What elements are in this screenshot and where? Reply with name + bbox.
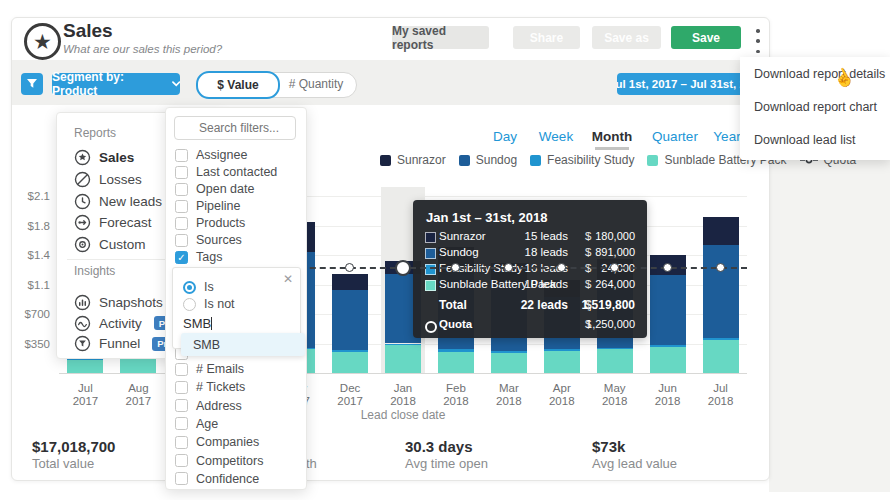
filter-checkbox-pipeline[interactable]: Pipeline [175, 199, 240, 213]
filter-checkbox-age[interactable]: Age [175, 417, 218, 431]
funnel-circle-icon [74, 335, 91, 352]
menu-item-download-report-chart[interactable]: Download report chart [740, 91, 890, 124]
bar-segment-sunblade-battery-pack[interactable] [597, 349, 633, 373]
sidebar-item-snapshots[interactable]: Snapshots [74, 294, 163, 311]
target-circle-icon [74, 236, 91, 253]
save-button[interactable]: Save [671, 26, 741, 49]
tag-suggestion-item[interactable]: SMB [181, 333, 305, 356]
segment-by-dropdown[interactable]: Segment by: Product [52, 73, 180, 95]
legend-label: Feasibility Study [547, 153, 634, 167]
reports-section-header: Reports [74, 126, 116, 140]
sidebar-item-new-leads[interactable]: New leads [74, 193, 162, 210]
filter-label: Assignee [196, 148, 247, 162]
filter-checkbox-tags[interactable]: ✓Tags [175, 250, 222, 264]
tooltip-product-name: Quota [439, 318, 472, 330]
tab-year[interactable]: Year [713, 129, 740, 144]
checkbox-icon [175, 454, 188, 467]
filter-checkbox-opendate[interactable]: Open date [175, 182, 254, 196]
bar-segment-sunblade-battery-pack[interactable] [67, 360, 103, 373]
filter-checkbox-address[interactable]: Address [175, 399, 242, 413]
sidebar-item-funnel[interactable]: FunnelPro [74, 335, 178, 352]
tag-is-option[interactable]: Is [183, 280, 214, 294]
close-icon[interactable]: ✕ [283, 272, 293, 286]
bar-segment-feasibility-study[interactable] [385, 344, 421, 346]
bar-segment-feasibility-study[interactable] [332, 350, 368, 352]
bar-segment-sunrazor[interactable] [703, 217, 739, 245]
sidebar-item-label: Losses [99, 172, 142, 187]
save-as-button[interactable]: Save as [592, 26, 661, 49]
filter-label: Competitors [196, 454, 263, 468]
bar-segment-sunblade-battery-pack[interactable] [385, 345, 421, 373]
activity-circle-icon [74, 315, 91, 332]
active-tab-underline [595, 147, 629, 150]
filter-label: Age [196, 417, 218, 431]
x-axis-tick-label: Jul2017 [73, 382, 99, 408]
filter-checkbox-assignee[interactable]: Assignee [175, 148, 247, 162]
legend-swatch-icon [380, 155, 391, 166]
bar-segment-feasibility-study[interactable] [438, 349, 474, 352]
clock-circle-icon [74, 193, 91, 210]
bar-segment-sundog[interactable] [703, 245, 739, 338]
bar-segment-sunblade-battery-pack[interactable] [332, 352, 368, 373]
search-filters-input[interactable] [174, 116, 296, 140]
tab-day[interactable]: Day [493, 129, 517, 144]
tag-value-input[interactable]: SMB [183, 316, 212, 331]
quota-marker [345, 263, 354, 272]
menu-item-download-lead-list[interactable]: Download lead list [740, 124, 890, 157]
filter-checkbox-emails[interactable]: # Emails [175, 362, 244, 376]
filter-checkbox-sources[interactable]: Sources [175, 233, 242, 247]
quota-marker [451, 263, 460, 272]
legend-item: Sundog [459, 153, 517, 167]
bar-segment-sundog[interactable] [332, 290, 368, 350]
tooltip-swatch-icon [425, 248, 436, 259]
bar-segment-feasibility-study[interactable] [597, 348, 633, 350]
filter-funnel-button[interactable] [21, 73, 43, 95]
bar-segment-feasibility-study[interactable] [650, 345, 686, 347]
sidebar-item-losses[interactable]: Losses [74, 171, 142, 188]
tooltip-row-total: Total22 leads$1,519,800 [413, 298, 647, 314]
filter-checkbox-companies[interactable]: Companies [175, 435, 259, 449]
tooltip-row-sunrazor: Sunrazor15 leads$180,000 [413, 230, 647, 246]
y-axis-tick-label: $2.1 [8, 190, 50, 202]
sidebar-item-forecast[interactable]: Forecast [74, 214, 152, 231]
bar-segment-sunblade-battery-pack[interactable] [650, 347, 686, 373]
page-title: Sales [63, 20, 113, 42]
bar-segment-sunblade-battery-pack[interactable] [491, 353, 527, 373]
bar-segment-feasibility-study[interactable] [544, 349, 580, 351]
download-menu: Download report detailsDownload report c… [740, 57, 890, 160]
tooltip-row-quota: Quota$1,250,000 [413, 318, 647, 334]
bar-segment-sunrazor[interactable] [332, 274, 368, 291]
more-options-kebab-icon[interactable] [751, 27, 765, 55]
filter-checkbox-products[interactable]: Products [175, 216, 245, 230]
quota-marker [557, 263, 566, 272]
value-toggle-option[interactable]: $ Value [196, 71, 280, 99]
filter-checkbox-lastcontacted[interactable]: Last contacted [175, 165, 277, 179]
tab-quarter[interactable]: Quarter [652, 129, 698, 144]
checkbox-icon [175, 363, 188, 376]
sidebar-item-sales[interactable]: Sales [74, 149, 134, 166]
sidebar-item-label: New leads [99, 194, 162, 209]
bar-segment-sunblade-battery-pack[interactable] [544, 351, 580, 373]
bar-segment-feasibility-study[interactable] [491, 351, 527, 353]
filter-checkbox-competitors[interactable]: Competitors [175, 454, 263, 468]
bar-segment-sundog[interactable] [650, 275, 686, 345]
bar-segment-sunblade-battery-pack[interactable] [438, 352, 474, 373]
my-saved-reports-button[interactable]: My saved reports [392, 26, 489, 49]
date-range-button[interactable]: Jul 1st, 2017 – Jul 31st, 2018 [617, 73, 757, 95]
filter-checkbox-confidence[interactable]: Confidence [175, 472, 259, 486]
quantity-toggle-option[interactable]: # Quantity [277, 73, 355, 95]
bar-segment-feasibility-study[interactable] [703, 338, 739, 341]
quota-marker [663, 263, 672, 272]
menu-item-download-report-details[interactable]: Download report details [740, 58, 890, 91]
bar-segment-sunblade-battery-pack[interactable] [703, 340, 739, 373]
tab-month[interactable]: Month [592, 129, 632, 144]
filter-label: # Tickets [196, 380, 245, 394]
tag-is-not-option[interactable]: Is not [183, 297, 235, 311]
sidebar-item-custom[interactable]: Custom [74, 236, 146, 253]
y-axis-tick-label: $1.1 [8, 279, 50, 291]
quota-marker [504, 263, 513, 272]
tab-week[interactable]: Week [539, 129, 573, 144]
filter-checkbox-tickets[interactable]: # Tickets [175, 380, 245, 394]
share-button[interactable]: Share [513, 26, 580, 49]
sidebar-item-activity[interactable]: ActivityPro [74, 315, 180, 332]
